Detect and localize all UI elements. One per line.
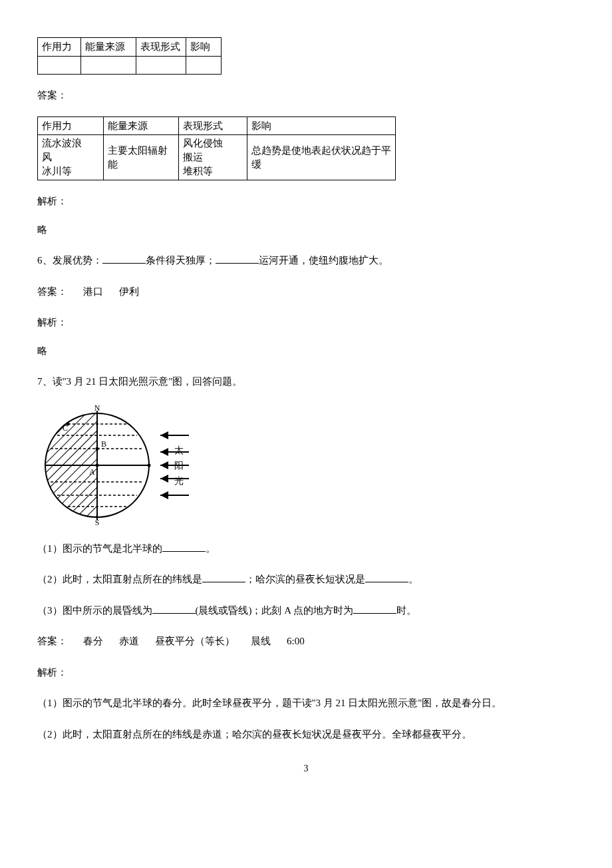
a7-v1: 春分	[83, 636, 103, 646]
th2-energy: 能量来源	[104, 116, 179, 135]
a6-v2: 伊利	[119, 286, 139, 297]
a7-v4: 晨线	[251, 636, 271, 646]
exp7-p1: （1）图示的节气是北半球的春分。此时全球昼夜平分，题干读"3 月 21 日太阳光…	[37, 696, 575, 711]
fig-label-tai: 太	[174, 445, 184, 455]
blank	[162, 541, 206, 552]
q7-p1b: 。	[206, 543, 216, 554]
td2-energy: 主要太阳辐射能	[104, 135, 179, 180]
analysis-label-5: 解析：	[37, 194, 575, 209]
fig-label-c: C	[63, 423, 68, 433]
q7-part3: （3）图中所示的晨昏线为(晨线或昏线)；此刻 A 点的地方时为时。	[37, 603, 575, 618]
analysis-omit-6: 略	[37, 343, 575, 359]
analysis-omit-5: 略	[37, 222, 575, 238]
td-blank	[136, 56, 186, 75]
th-form: 表现形式	[136, 38, 186, 57]
td-blank	[38, 56, 81, 75]
table-q5-empty: 作用力 能量来源 表现形式 影响	[37, 37, 222, 75]
a6-v1: 港口	[83, 286, 103, 297]
q6-mid1: 条件得天独厚；	[146, 255, 216, 266]
th-effect: 影响	[186, 38, 222, 57]
td-blank	[186, 56, 222, 75]
exp7-p2: （2）此时，太阳直射点所在的纬线是赤道；哈尔滨的昼夜长短状况是昼夜平分。全球都昼…	[37, 727, 575, 742]
answer-label-5: 答案：	[37, 88, 575, 103]
answer-7: 答案：春分赤道昼夜平分（等长）晨线6:00	[37, 634, 575, 649]
answer-6: 答案：港口伊利	[37, 284, 575, 300]
q7-p2c: 。	[408, 574, 418, 584]
q7-p1a: （1）图示的节气是北半球的	[37, 543, 162, 554]
q7-p3c: 时。	[396, 605, 416, 616]
q7-p3b: (晨线或昏线)；此刻 A 点的地方时为	[196, 605, 354, 616]
question-6: 6、发展优势：条件得天独厚；运河开通，使纽约腹地扩大。	[37, 253, 575, 268]
th-force: 作用力	[38, 38, 81, 57]
fig-label-a: A	[89, 467, 95, 477]
th2-form: 表现形式	[179, 116, 247, 135]
a7-v5: 6:00	[287, 636, 305, 646]
q7-p2b: ；哈尔滨的昼夜长短状况是	[245, 574, 365, 584]
q7-p3a: （3）图中所示的晨昏线为	[37, 605, 152, 616]
q7-part1: （1）图示的节气是北半球的。	[37, 541, 575, 556]
a7-label: 答案：	[37, 636, 67, 646]
q7-p2a: （2）此时，太阳直射点所在的纬线是	[37, 574, 202, 584]
fig-label-b: B	[101, 439, 106, 449]
td-blank	[81, 56, 136, 75]
a7-v2: 赤道	[119, 636, 139, 646]
fig-label-guang: 光	[174, 476, 184, 486]
fig-label-yang: 阳	[174, 461, 184, 471]
fig-label-n: N	[94, 405, 100, 413]
question-7-stem: 7、读"3 月 21 日太阳光照示意"图，回答问题。	[37, 374, 575, 389]
td2-form: 风化侵蚀 搬运 堆积等	[179, 135, 247, 180]
table-q5-answer: 作用力 能量来源 表现形式 影响 流水波浪 风 冰川等 主要太阳辐射能 风化侵蚀…	[37, 116, 396, 181]
analysis-label-6: 解析：	[37, 315, 575, 330]
td2-effect: 总趋势是使地表起伏状况趋于平缓	[247, 135, 396, 180]
svg-point-13	[96, 447, 99, 450]
blank	[102, 253, 146, 264]
blank	[216, 253, 259, 264]
figure-sun-illumination: N S A B C 太 阳 光	[37, 405, 194, 525]
q6-mid2: 运河开通，使纽约腹地扩大。	[259, 255, 388, 266]
blank	[152, 603, 196, 614]
th2-force: 作用力	[38, 116, 104, 135]
q7-part2: （2）此时，太阳直射点所在的纬线是；哈尔滨的昼夜长短状况是。	[37, 572, 575, 587]
document-page: 作用力 能量来源 表现形式 影响 答案： 作用力 能量来源 表现形式 影响 流水…	[37, 37, 575, 775]
a7-v3: 昼夜平分（等长）	[155, 636, 235, 646]
th-energy: 能量来源	[81, 38, 136, 57]
blank	[202, 572, 245, 582]
a6-label: 答案：	[37, 286, 67, 297]
fig-label-s: S	[95, 518, 100, 525]
svg-point-15	[148, 463, 151, 467]
page-number: 3	[37, 761, 575, 775]
blank	[353, 603, 396, 614]
svg-point-12	[96, 463, 99, 467]
q6-prefix: 6、发展优势：	[37, 255, 102, 266]
analysis-label-7: 解析：	[37, 665, 575, 680]
td2-force: 流水波浪 风 冰川等	[38, 135, 104, 180]
th2-effect: 影响	[247, 116, 396, 135]
blank	[365, 572, 408, 582]
